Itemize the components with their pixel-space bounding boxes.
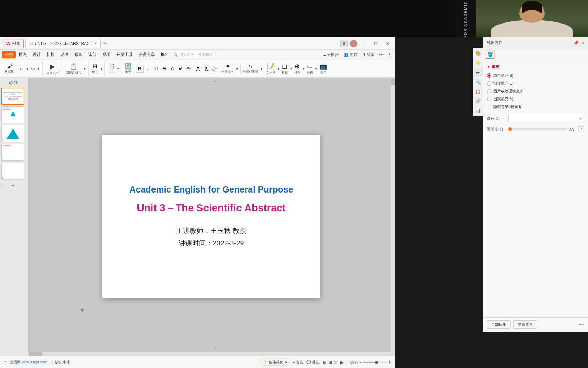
menu-item-review[interactable]: 审阅: [86, 51, 99, 58]
superscript-button[interactable]: A²: [177, 65, 184, 73]
zoom-minus-button[interactable]: −: [359, 360, 362, 365]
convert-shape-button[interactable]: ⇆ 转智能图形: [242, 63, 259, 75]
shape-dropdown[interactable]: ▼: [290, 67, 293, 71]
zoom-slider-thumb[interactable]: [375, 361, 378, 364]
new-slide-button[interactable]: 📋 新建幻灯片: [65, 62, 83, 76]
slide-thumb-4[interactable]: NG Scientific Titles filter information …: [1, 144, 24, 161]
outline-button[interactable]: ▭ 轮廓: [306, 62, 314, 76]
undo-button[interactable]: ↩: [19, 65, 25, 73]
menu-item-insert[interactable]: 插入: [16, 51, 30, 58]
arrange-button[interactable]: ⊕ 排列: [294, 62, 301, 76]
user-avatar[interactable]: [350, 40, 357, 47]
apply-all-button[interactable]: 全部应用: [487, 320, 511, 329]
slide-thumb-5[interactable]: —————————— —————————— 5: [1, 163, 24, 180]
tab-wps[interactable]: W 稻壳: [3, 39, 24, 48]
tab-add-button[interactable]: +: [102, 41, 108, 47]
text-box-button[interactable]: 📝 文本框: [265, 62, 276, 76]
menu-search-box[interactable]: 🔍 搜找命令、搜索模板: [170, 51, 216, 58]
right-icon-7[interactable]: 📊: [474, 106, 483, 115]
tab-ppt[interactable]: 📊 UNIT3 - 20223...he ABSTRACT ✕: [25, 39, 101, 48]
new-slide-dropdown[interactable]: ▼: [83, 67, 86, 71]
fill-option-gradient[interactable]: 渐变填充(G): [487, 81, 584, 86]
collaborate-button[interactable]: 👥 协作: [342, 51, 359, 58]
outline-dropdown[interactable]: ▼: [315, 67, 318, 71]
share-button[interactable]: ⬆ 分享: [361, 51, 376, 58]
strikethrough-button[interactable]: S: [161, 65, 168, 73]
fill-option-pattern[interactable]: 图案填充(A): [487, 96, 584, 102]
view-grid-button[interactable]: ⊞: [328, 359, 333, 365]
right-icon-3[interactable]: ☰: [474, 68, 483, 77]
font-warning[interactable]: ⚠ 缺失字体: [51, 359, 70, 365]
arrange-dropdown[interactable]: ▼: [302, 67, 305, 71]
right-icon-6[interactable]: 🔗: [474, 96, 483, 105]
italic-button[interactable]: I: [144, 65, 152, 73]
right-icon-4[interactable]: 🔍: [474, 77, 483, 86]
tab-close-icon[interactable]: ✕: [94, 41, 97, 46]
layout-button[interactable]: ⊟ 版式: [91, 62, 99, 75]
underline-button[interactable]: U: [152, 65, 160, 73]
menu-item-developer[interactable]: 开发工具: [114, 51, 135, 58]
props-close-button[interactable]: ✕: [581, 40, 585, 45]
website-link[interactable]: 当图网www.99ppt.com: [10, 359, 47, 365]
redo-button[interactable]: ↪: [30, 65, 36, 73]
slide-main[interactable]: Academic English for General Purpose Uni…: [102, 135, 320, 298]
present-button[interactable]: 📺 演示: [319, 62, 328, 76]
menu-item-design[interactable]: 设计: [30, 51, 44, 58]
slide-thumb-1[interactable]: Academic English for General Purpose Uni…: [1, 88, 24, 105]
layout-dropdown[interactable]: ▼: [100, 67, 103, 71]
more-options-button[interactable]: •••: [579, 322, 584, 327]
slide-thumb-3[interactable]: 3: [1, 125, 24, 142]
menu-item-slideshow[interactable]: 放映: [72, 51, 85, 58]
menu-item-transition[interactable]: 切换: [44, 51, 58, 58]
collapse-ribbon-button[interactable]: ∧: [387, 51, 393, 58]
props-tab-fill-icon[interactable]: 🪣: [486, 50, 494, 59]
right-icon-5[interactable]: 📋: [474, 87, 483, 96]
convert-shape-dropdown[interactable]: ▼: [260, 67, 263, 71]
panel-collapse-top[interactable]: ▲: [211, 79, 218, 83]
view-slide-button[interactable]: □: [334, 359, 338, 365]
more-menu-button[interactable]: •••: [378, 51, 385, 58]
comments-button[interactable]: 💬 批注: [306, 359, 320, 365]
format-painter-button[interactable]: 🖌 格式刷: [3, 62, 15, 76]
undo-dropdown[interactable]: ▼: [25, 66, 30, 72]
file-button[interactable]: 📑 □书: [107, 62, 116, 75]
reset-button[interactable]: 🔄 重置: [123, 62, 133, 75]
file-dropdown[interactable]: ▼: [117, 67, 120, 71]
notes-button[interactable]: ≡ 备注: [293, 359, 303, 365]
start-current-page-button[interactable]: ▶ 当页开始: [45, 62, 60, 76]
redo-dropdown[interactable]: ▼: [36, 66, 41, 72]
multi-window-button[interactable]: ⊞: [340, 40, 348, 47]
slide-thumb-2[interactable]: Scientific Titles Academic English 2: [1, 106, 24, 123]
hide-bg-checkbox[interactable]: 隐藏背景图形(H): [487, 104, 584, 109]
font-size-decrease[interactable]: a↓: [204, 65, 211, 73]
close-button[interactable]: ✕: [382, 40, 392, 47]
zoom-plus-button[interactable]: +: [388, 360, 391, 365]
color-picker-button[interactable]: ▼: [508, 114, 584, 122]
menu-item-frame[interactable]: 框>: [158, 51, 170, 58]
transparency-slider[interactable]: [508, 128, 567, 130]
reset-bg-button[interactable]: 重置背景: [513, 320, 537, 329]
menu-item-animation[interactable]: 动画: [58, 51, 71, 58]
menu-item-member[interactable]: 会员专享: [136, 51, 158, 58]
align-text-button[interactable]: ≡ 对齐文本: [221, 63, 234, 75]
fill-option-picture[interactable]: 图片或纹理填充(P): [487, 89, 584, 94]
props-pin-button[interactable]: 📌: [573, 40, 579, 45]
transparency-thumb[interactable]: [508, 127, 512, 131]
minimize-button[interactable]: —: [359, 40, 369, 47]
panel-collapse-bottom[interactable]: ▼: [211, 346, 218, 350]
font-size-increase[interactable]: A↑: [196, 65, 203, 73]
align-dropdown[interactable]: ▼: [235, 67, 239, 71]
menu-item-start[interactable]: 开始: [2, 51, 16, 58]
bold-button[interactable]: B: [136, 65, 144, 73]
right-icon-1[interactable]: 🎨: [474, 49, 483, 58]
smart-beauty-button[interactable]: ✨ 智能美化 ▼: [260, 358, 290, 366]
text-box-dropdown[interactable]: ▼: [277, 67, 280, 71]
right-icon-2[interactable]: ⭐: [474, 58, 483, 67]
transparency-increase[interactable]: +: [578, 126, 584, 132]
clear-format-button[interactable]: ◇: [212, 65, 217, 73]
play-button[interactable]: ▶: [340, 359, 344, 365]
add-slide-button[interactable]: +: [1, 182, 24, 189]
fill-option-solid[interactable]: 纯色填充(S): [487, 73, 584, 78]
font-color-button[interactable]: A: [169, 65, 176, 73]
menu-item-view[interactable]: 视图: [100, 51, 113, 58]
